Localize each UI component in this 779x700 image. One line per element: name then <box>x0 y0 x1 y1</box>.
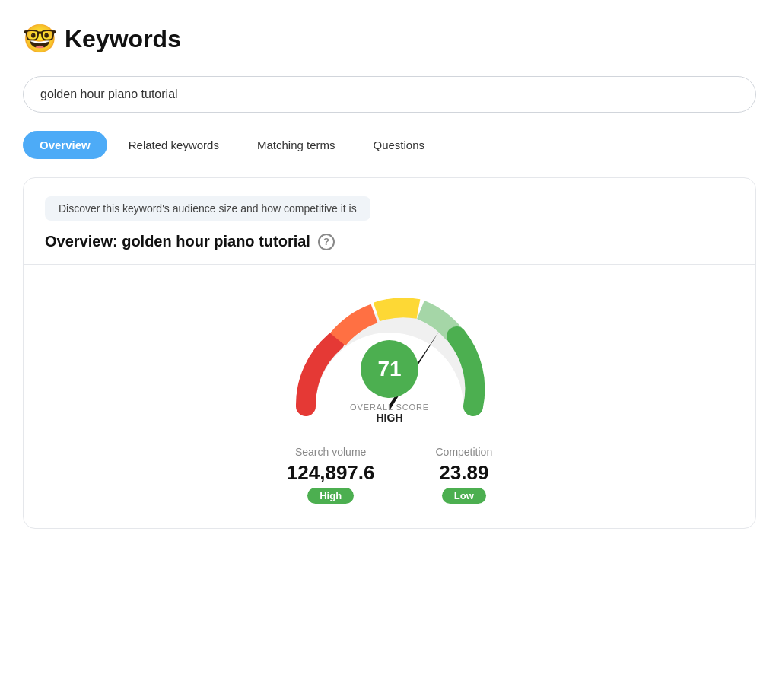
stat-competition-value: 23.89 <box>439 461 488 485</box>
overview-title-text: Overview: golden hour piano tutorial <box>45 233 310 250</box>
info-banner: Discover this keyword's audience size an… <box>45 196 370 221</box>
stat-search-volume-value: 124,897.6 <box>287 461 375 485</box>
header-emoji: 🤓 <box>23 23 57 55</box>
search-input[interactable] <box>23 76 756 113</box>
overview-card: Discover this keyword's audience size an… <box>23 177 756 529</box>
tab-related-keywords[interactable]: Related keywords <box>112 131 236 159</box>
stat-competition: Competition 23.89 Low <box>435 446 492 504</box>
card-header: Discover this keyword's audience size an… <box>24 178 755 265</box>
overview-title: Overview: golden hour piano tutorial ? <box>45 233 734 250</box>
stat-search-volume-label: Search volume <box>295 446 366 458</box>
gauge-container: 71 OVERALL SCORE HIGH <box>283 292 496 422</box>
stat-search-volume: Search volume 124,897.6 High <box>287 446 375 504</box>
stats-row: Search volume 124,897.6 High Competition… <box>287 446 492 504</box>
tab-bar: Overview Related keywords Matching terms… <box>23 131 756 159</box>
gauge-rating: HIGH <box>376 412 402 424</box>
tab-overview[interactable]: Overview <box>23 131 107 159</box>
tab-matching-terms[interactable]: Matching terms <box>240 131 352 159</box>
gauge-score: 71 <box>361 340 418 398</box>
card-body: 71 OVERALL SCORE HIGH Search volume 124,… <box>24 265 755 528</box>
stat-competition-badge: Low <box>442 488 486 504</box>
stat-competition-label: Competition <box>435 446 492 458</box>
gauge-center: 71 OVERALL SCORE HIGH <box>350 340 429 424</box>
page-header: 🤓 Keywords <box>23 23 756 55</box>
page-title: Keywords <box>65 25 181 53</box>
gauge-label: OVERALL SCORE <box>350 402 429 412</box>
help-icon[interactable]: ? <box>318 234 335 250</box>
stat-search-volume-badge: High <box>307 488 354 504</box>
tab-questions[interactable]: Questions <box>357 131 442 159</box>
